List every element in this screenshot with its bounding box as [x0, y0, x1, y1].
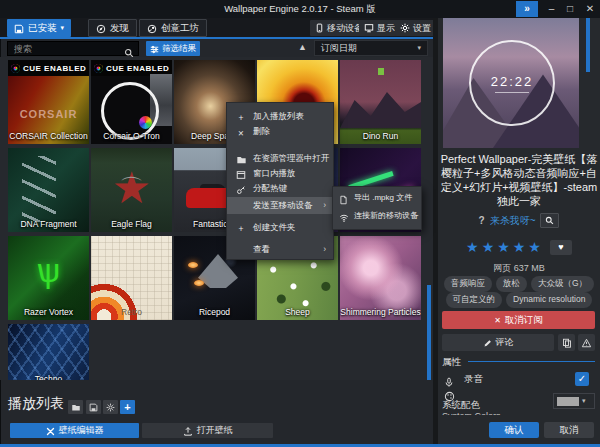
maximize-button[interactable]: □ [562, 1, 578, 17]
search-input[interactable] [7, 41, 139, 56]
compass-icon [96, 22, 106, 33]
chevron-down-icon: ▾ [61, 24, 65, 32]
sort-dropdown[interactable]: 订阅日期 ▾ [314, 40, 428, 56]
type-size-row: 网页 637 MB [440, 262, 598, 275]
rating-row: ★★★★★ ♥ [440, 239, 598, 255]
wallpaper-tile-techno[interactable]: Techno [8, 324, 89, 380]
playlist-open-button[interactable] [68, 400, 83, 414]
minimize-button[interactable]: – [544, 1, 559, 17]
clock-art: 22:22 [469, 40, 555, 126]
tile-label: Eagle Flag [91, 219, 172, 229]
eagle-art: ⌒ [91, 168, 172, 208]
wallpaper-tile-shimmering-particles[interactable]: Shimmering Particles [340, 236, 421, 320]
tab-discover[interactable]: 发现 [88, 19, 137, 37]
submenu-item-export-mpkg[interactable]: 导出 .mpkg 文件 [333, 190, 421, 206]
system-color-label-en: System Colors [442, 411, 501, 415]
wallpaper-tile-eagle-flag[interactable]: ★ ⌒ Eagle Flag [91, 148, 172, 232]
plus-icon: + [235, 222, 247, 237]
sort-value: 订阅日期 [321, 42, 357, 55]
icue-logo-icon [94, 64, 103, 73]
menu-item-create-folder[interactable]: + 创建文件夹 [227, 220, 333, 235]
menu-item-play-in-window[interactable]: 窗口内播放 [227, 166, 333, 181]
favorite-button[interactable]: ♥ [550, 240, 572, 255]
close-icon: ✕ [235, 126, 247, 141]
comment-button[interactable]: 评论 [442, 334, 554, 351]
menu-item-view[interactable]: 查看 › [227, 242, 333, 257]
author-search-button[interactable] [540, 213, 559, 228]
tile-label: Razer Vortex [8, 307, 89, 317]
unsubscribe-label: 取消订阅 [505, 314, 543, 327]
wallpaper-engine-window: Wallpaper Engine 2.0.17 - Steam 版 » – □ … [0, 0, 600, 447]
display-button[interactable]: 显示 [359, 20, 400, 36]
confirm-button[interactable]: 确认 [489, 422, 539, 438]
wallpaper-tile-corsair-otron[interactable]: CUE ENABLED Corsair O-Tron [91, 60, 172, 144]
menu-item-add-to-playlist[interactable]: + 加入播放列表 [227, 109, 333, 124]
sidebar-scrollbar[interactable] [586, 18, 590, 72]
display-label: 显示 [377, 22, 395, 35]
settings-label: 设置 [413, 22, 431, 35]
collapse-filter-icon[interactable]: ▲ [298, 42, 307, 52]
wallpaper-type: 网页 [493, 263, 511, 273]
color-swatch [557, 397, 579, 406]
heart-icon: ♥ [558, 242, 563, 252]
wallpaper-tile-razer-vortex[interactable]: ѱ Razer Vortex [8, 236, 89, 320]
copy-button[interactable] [558, 334, 575, 351]
menu-item-open-in-explorer[interactable]: 在资源管理器中打开 [227, 151, 333, 166]
open-wallpaper-label: 打开壁纸 [197, 424, 233, 437]
close-button[interactable]: ✕ [582, 1, 598, 17]
gear-icon [400, 23, 410, 34]
upload-icon [183, 425, 193, 436]
filter-results-label: 筛选结果 [162, 43, 196, 55]
author-row: ? 来杀我呀~ [440, 213, 598, 228]
tab-installed[interactable]: 已安装 ▾ [7, 19, 71, 37]
playlist-settings-button[interactable] [103, 400, 118, 414]
report-button[interactable] [578, 334, 595, 351]
razer-logo-art: ѱ [8, 248, 89, 292]
menu-item-send-to-mobile[interactable]: 发送至移动设备 › [227, 197, 333, 214]
pen-icon [483, 337, 492, 347]
wallpaper-tile-dino-run[interactable]: Dino Run [340, 60, 421, 144]
wallpaper-editor-button[interactable]: 壁纸编辑器 [10, 423, 139, 438]
context-menu: + 加入播放列表 ✕ 删除 在资源管理器中打开 窗口内播放 分配热键 发送至移动… [226, 102, 334, 260]
tab-installed-label: 已安装 [28, 22, 57, 35]
expand-panel-button[interactable]: » [516, 1, 538, 17]
tile-label: Sheep [257, 307, 338, 317]
color-dropdown[interactable]: ▾ [553, 393, 595, 409]
chevron-down-icon: ▾ [417, 44, 421, 52]
wallpaper-tile-retro[interactable]: Retro [91, 236, 172, 320]
wallpaper-tile-dna-fragment[interactable]: DNA Fragment [8, 148, 89, 232]
menu-item-delete[interactable]: ✕ 删除 [227, 124, 333, 139]
tile-label: DNA Fragment [8, 219, 89, 229]
cue-enabled-badge: CUE ENABLED [8, 60, 89, 76]
tag-row-1: 音频响应 放松 大众级（G） [440, 276, 598, 292]
properties-divider [468, 361, 595, 362]
tag: 大众级（G） [531, 276, 594, 292]
wallpaper-tile-corsair-collection[interactable]: CUE ENABLED CORSAIR CORSAIR Collection [8, 60, 89, 144]
unsubscribe-button[interactable]: ✕ 取消订阅 [442, 311, 595, 329]
monitor-icon [364, 23, 374, 34]
wallpaper-preview[interactable]: 22:22 [443, 18, 579, 148]
send-to-mobile-submenu: 导出 .mpkg 文件 连接新的移动设备 [332, 186, 422, 230]
cancel-button[interactable]: 取消 [544, 422, 594, 438]
author-link[interactable]: 来杀我呀~ [490, 214, 536, 228]
comment-label: 评论 [496, 336, 514, 349]
tile-label: Corsair O-Tron [91, 131, 172, 141]
recording-property-row: 录音 ✓ [442, 372, 595, 386]
playlist-save-button[interactable] [86, 400, 101, 414]
help-icon[interactable]: ? [479, 215, 485, 226]
open-wallpaper-button[interactable]: 打开壁纸 [142, 423, 273, 438]
submenu-item-connect-new-device[interactable]: 连接新的移动设备 [333, 208, 421, 224]
file-icon [339, 193, 350, 209]
submenu-arrow-icon: › [323, 242, 326, 257]
tab-workshop[interactable]: 创意工坊 [139, 19, 207, 37]
tile-label: Techno [8, 374, 89, 380]
menu-item-assign-hotkey[interactable]: 分配热键 [227, 181, 333, 196]
recording-checkbox[interactable]: ✓ [575, 372, 589, 386]
rating-stars[interactable]: ★★★★★ [466, 239, 544, 255]
playlist-add-button[interactable]: + [120, 400, 135, 414]
settings-button[interactable]: 设置 [395, 20, 436, 36]
save-icon [14, 22, 24, 33]
grid-scrollbar[interactable] [427, 285, 431, 380]
filter-icon [150, 43, 159, 53]
filter-results-button[interactable]: 筛选结果 [146, 41, 200, 56]
